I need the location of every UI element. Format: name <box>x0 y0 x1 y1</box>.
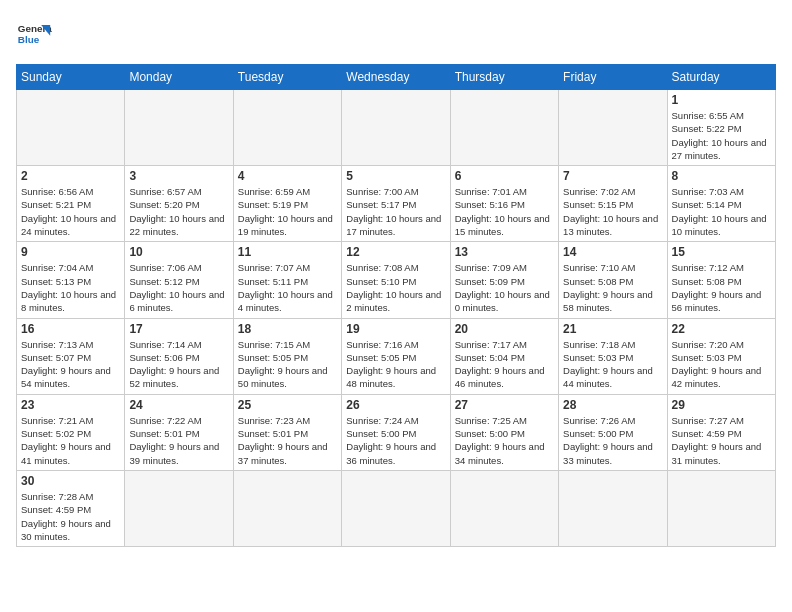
calendar-week-row: 23Sunrise: 7:21 AM Sunset: 5:02 PM Dayli… <box>17 394 776 470</box>
calendar-week-row: 9Sunrise: 7:04 AM Sunset: 5:13 PM Daylig… <box>17 242 776 318</box>
calendar-cell: 21Sunrise: 7:18 AM Sunset: 5:03 PM Dayli… <box>559 318 667 394</box>
day-info: Sunrise: 7:18 AM Sunset: 5:03 PM Dayligh… <box>563 338 662 391</box>
day-number: 30 <box>21 474 120 488</box>
calendar-cell <box>125 470 233 546</box>
day-number: 2 <box>21 169 120 183</box>
calendar-cell <box>233 90 341 166</box>
day-info: Sunrise: 7:15 AM Sunset: 5:05 PM Dayligh… <box>238 338 337 391</box>
calendar-cell: 28Sunrise: 7:26 AM Sunset: 5:00 PM Dayli… <box>559 394 667 470</box>
day-number: 27 <box>455 398 554 412</box>
day-number: 6 <box>455 169 554 183</box>
day-number: 10 <box>129 245 228 259</box>
day-info: Sunrise: 6:55 AM Sunset: 5:22 PM Dayligh… <box>672 109 771 162</box>
calendar-table: SundayMondayTuesdayWednesdayThursdayFrid… <box>16 64 776 547</box>
calendar-cell: 2Sunrise: 6:56 AM Sunset: 5:21 PM Daylig… <box>17 166 125 242</box>
calendar-cell: 13Sunrise: 7:09 AM Sunset: 5:09 PM Dayli… <box>450 242 558 318</box>
column-header-monday: Monday <box>125 65 233 90</box>
calendar-cell <box>450 470 558 546</box>
day-number: 29 <box>672 398 771 412</box>
day-info: Sunrise: 7:22 AM Sunset: 5:01 PM Dayligh… <box>129 414 228 467</box>
day-info: Sunrise: 7:26 AM Sunset: 5:00 PM Dayligh… <box>563 414 662 467</box>
column-header-saturday: Saturday <box>667 65 775 90</box>
calendar-header-row: SundayMondayTuesdayWednesdayThursdayFrid… <box>17 65 776 90</box>
day-info: Sunrise: 7:28 AM Sunset: 4:59 PM Dayligh… <box>21 490 120 543</box>
day-number: 15 <box>672 245 771 259</box>
calendar-cell <box>559 470 667 546</box>
day-info: Sunrise: 7:03 AM Sunset: 5:14 PM Dayligh… <box>672 185 771 238</box>
calendar-cell: 29Sunrise: 7:27 AM Sunset: 4:59 PM Dayli… <box>667 394 775 470</box>
calendar-cell: 5Sunrise: 7:00 AM Sunset: 5:17 PM Daylig… <box>342 166 450 242</box>
calendar-cell: 17Sunrise: 7:14 AM Sunset: 5:06 PM Dayli… <box>125 318 233 394</box>
calendar-week-row: 16Sunrise: 7:13 AM Sunset: 5:07 PM Dayli… <box>17 318 776 394</box>
day-number: 5 <box>346 169 445 183</box>
column-header-sunday: Sunday <box>17 65 125 90</box>
day-info: Sunrise: 7:21 AM Sunset: 5:02 PM Dayligh… <box>21 414 120 467</box>
day-number: 22 <box>672 322 771 336</box>
logo-icon: General Blue <box>16 16 52 52</box>
day-number: 14 <box>563 245 662 259</box>
calendar-cell <box>17 90 125 166</box>
calendar-cell <box>125 90 233 166</box>
calendar-cell: 9Sunrise: 7:04 AM Sunset: 5:13 PM Daylig… <box>17 242 125 318</box>
day-number: 28 <box>563 398 662 412</box>
day-number: 12 <box>346 245 445 259</box>
day-number: 24 <box>129 398 228 412</box>
day-number: 1 <box>672 93 771 107</box>
day-info: Sunrise: 7:00 AM Sunset: 5:17 PM Dayligh… <box>346 185 445 238</box>
day-info: Sunrise: 7:08 AM Sunset: 5:10 PM Dayligh… <box>346 261 445 314</box>
day-info: Sunrise: 7:24 AM Sunset: 5:00 PM Dayligh… <box>346 414 445 467</box>
day-number: 7 <box>563 169 662 183</box>
day-number: 18 <box>238 322 337 336</box>
day-info: Sunrise: 7:04 AM Sunset: 5:13 PM Dayligh… <box>21 261 120 314</box>
calendar-cell <box>667 470 775 546</box>
calendar-cell: 12Sunrise: 7:08 AM Sunset: 5:10 PM Dayli… <box>342 242 450 318</box>
calendar-cell: 24Sunrise: 7:22 AM Sunset: 5:01 PM Dayli… <box>125 394 233 470</box>
svg-text:Blue: Blue <box>18 34 40 45</box>
day-info: Sunrise: 7:13 AM Sunset: 5:07 PM Dayligh… <box>21 338 120 391</box>
calendar-cell: 16Sunrise: 7:13 AM Sunset: 5:07 PM Dayli… <box>17 318 125 394</box>
calendar-cell: 4Sunrise: 6:59 AM Sunset: 5:19 PM Daylig… <box>233 166 341 242</box>
calendar-cell: 8Sunrise: 7:03 AM Sunset: 5:14 PM Daylig… <box>667 166 775 242</box>
day-info: Sunrise: 7:20 AM Sunset: 5:03 PM Dayligh… <box>672 338 771 391</box>
day-info: Sunrise: 7:14 AM Sunset: 5:06 PM Dayligh… <box>129 338 228 391</box>
day-number: 23 <box>21 398 120 412</box>
calendar-cell: 3Sunrise: 6:57 AM Sunset: 5:20 PM Daylig… <box>125 166 233 242</box>
day-info: Sunrise: 7:06 AM Sunset: 5:12 PM Dayligh… <box>129 261 228 314</box>
calendar-week-row: 2Sunrise: 6:56 AM Sunset: 5:21 PM Daylig… <box>17 166 776 242</box>
day-number: 16 <box>21 322 120 336</box>
calendar-cell: 20Sunrise: 7:17 AM Sunset: 5:04 PM Dayli… <box>450 318 558 394</box>
calendar-cell: 15Sunrise: 7:12 AM Sunset: 5:08 PM Dayli… <box>667 242 775 318</box>
logo: General Blue <box>16 16 52 52</box>
day-number: 11 <box>238 245 337 259</box>
day-number: 8 <box>672 169 771 183</box>
calendar-cell: 11Sunrise: 7:07 AM Sunset: 5:11 PM Dayli… <box>233 242 341 318</box>
day-number: 4 <box>238 169 337 183</box>
day-info: Sunrise: 6:57 AM Sunset: 5:20 PM Dayligh… <box>129 185 228 238</box>
day-number: 25 <box>238 398 337 412</box>
day-number: 26 <box>346 398 445 412</box>
column-header-friday: Friday <box>559 65 667 90</box>
calendar-cell: 30Sunrise: 7:28 AM Sunset: 4:59 PM Dayli… <box>17 470 125 546</box>
page-header: General Blue <box>16 16 776 52</box>
day-info: Sunrise: 7:02 AM Sunset: 5:15 PM Dayligh… <box>563 185 662 238</box>
calendar-cell <box>559 90 667 166</box>
day-info: Sunrise: 7:16 AM Sunset: 5:05 PM Dayligh… <box>346 338 445 391</box>
calendar-cell: 10Sunrise: 7:06 AM Sunset: 5:12 PM Dayli… <box>125 242 233 318</box>
day-info: Sunrise: 7:27 AM Sunset: 4:59 PM Dayligh… <box>672 414 771 467</box>
column-header-wednesday: Wednesday <box>342 65 450 90</box>
day-number: 21 <box>563 322 662 336</box>
day-info: Sunrise: 7:10 AM Sunset: 5:08 PM Dayligh… <box>563 261 662 314</box>
day-info: Sunrise: 7:25 AM Sunset: 5:00 PM Dayligh… <box>455 414 554 467</box>
day-info: Sunrise: 7:07 AM Sunset: 5:11 PM Dayligh… <box>238 261 337 314</box>
calendar-cell: 23Sunrise: 7:21 AM Sunset: 5:02 PM Dayli… <box>17 394 125 470</box>
calendar-cell: 26Sunrise: 7:24 AM Sunset: 5:00 PM Dayli… <box>342 394 450 470</box>
calendar-cell: 1Sunrise: 6:55 AM Sunset: 5:22 PM Daylig… <box>667 90 775 166</box>
day-info: Sunrise: 7:01 AM Sunset: 5:16 PM Dayligh… <box>455 185 554 238</box>
column-header-thursday: Thursday <box>450 65 558 90</box>
calendar-week-row: 1Sunrise: 6:55 AM Sunset: 5:22 PM Daylig… <box>17 90 776 166</box>
column-header-tuesday: Tuesday <box>233 65 341 90</box>
day-info: Sunrise: 7:09 AM Sunset: 5:09 PM Dayligh… <box>455 261 554 314</box>
day-number: 17 <box>129 322 228 336</box>
day-info: Sunrise: 7:23 AM Sunset: 5:01 PM Dayligh… <box>238 414 337 467</box>
calendar-week-row: 30Sunrise: 7:28 AM Sunset: 4:59 PM Dayli… <box>17 470 776 546</box>
